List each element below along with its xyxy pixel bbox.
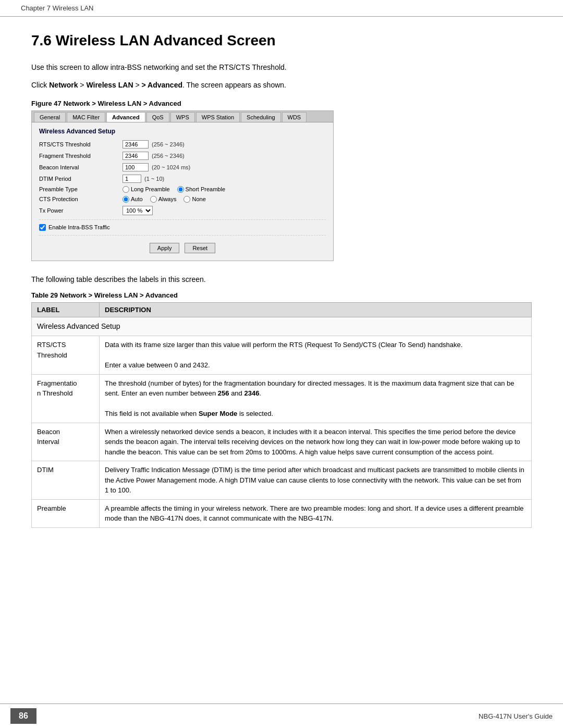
rts-cts-hint: (256 ~ 2346) xyxy=(152,141,185,147)
cts-auto-option[interactable]: Auto xyxy=(123,196,143,203)
divider xyxy=(39,219,326,220)
table-section-row: Wireless Advanced Setup xyxy=(32,317,532,336)
preamble-long-radio[interactable] xyxy=(123,186,129,193)
intra-bss-label: Enable Intra-BSS Traffic xyxy=(48,224,110,230)
preamble-type-label: Preamble Type xyxy=(39,186,123,192)
table-cell-desc: A preamble affects the timing in your wi… xyxy=(100,499,532,527)
beacon-interval-label: Beacon Interval xyxy=(39,164,123,170)
fragment-threshold-row: Fragment Threshold (256 ~ 2346) xyxy=(39,152,326,160)
col-header-label: LABEL xyxy=(32,303,100,317)
tab-bar: General MAC Filter Advanced QoS WPS WPS … xyxy=(32,111,333,122)
footer-guide-title: NBG-417N User's Guide xyxy=(479,712,553,720)
tab-mac-filter[interactable]: MAC Filter xyxy=(67,112,105,122)
intro-paragraph-2: Click Network > Wireless LAN > > Advance… xyxy=(31,79,532,91)
tab-qos[interactable]: QoS xyxy=(146,112,169,122)
preamble-short-option[interactable]: Short Preamble xyxy=(177,186,225,193)
apply-button[interactable]: Apply xyxy=(150,243,180,253)
tab-wds[interactable]: WDS xyxy=(282,112,307,122)
intra-bss-row: Enable Intra-BSS Traffic xyxy=(39,224,326,231)
table-row: Preamble A preamble affects the timing i… xyxy=(32,499,532,527)
tab-scheduling[interactable]: Scheduling xyxy=(241,112,280,122)
tab-wps-station[interactable]: WPS Station xyxy=(196,112,240,122)
tab-general[interactable]: General xyxy=(34,112,66,122)
tab-advanced[interactable]: Advanced xyxy=(106,112,145,122)
reset-button[interactable]: Reset xyxy=(185,243,215,253)
table-cell-label: Preamble xyxy=(32,499,100,527)
preamble-type-row: Preamble Type Long Preamble Short Preamb… xyxy=(39,186,326,193)
cts-always-option[interactable]: Always xyxy=(150,196,177,203)
table-row: DTIM Delivery Traffic Indication Message… xyxy=(32,461,532,500)
cts-protection-row: CTS Protection Auto Always None xyxy=(39,196,326,203)
table-caption: Table 29 Network > Wireless LAN > Advanc… xyxy=(31,291,532,299)
page-title: 7.6 Wireless LAN Advanced Screen xyxy=(31,32,532,49)
table-cell-desc: The threshold (number of bytes) for the … xyxy=(100,374,532,423)
table-row: BeaconInterval When a wirelessly network… xyxy=(32,423,532,461)
divider2 xyxy=(39,235,326,236)
bottom-bar: 86 NBG-417N User's Guide xyxy=(0,704,563,728)
preamble-long-option[interactable]: Long Preamble xyxy=(123,186,170,193)
table-cell-label: BeaconInterval xyxy=(32,423,100,461)
beacon-interval-input-group: (20 ~ 1024 ms) xyxy=(123,163,190,171)
tab-wps[interactable]: WPS xyxy=(170,112,195,122)
table-cell-desc: When a wirelessly networked device sends… xyxy=(100,423,532,461)
tx-power-input-group: 100 % xyxy=(123,206,153,215)
dtim-period-input-group: (1 ~ 10) xyxy=(123,175,164,183)
cts-radio-group: Auto Always None xyxy=(123,196,206,203)
table-cell-desc: Delivery Traffic Indication Message (DTI… xyxy=(100,461,532,500)
main-content: 7.6 Wireless LAN Advanced Screen Use thi… xyxy=(0,17,563,570)
fragment-threshold-input-group: (256 ~ 2346) xyxy=(123,152,185,160)
ui-body: Wireless Advanced Setup RTS/CTS Threshol… xyxy=(32,122,333,261)
table-cell-label: RTS/CTSThreshold xyxy=(32,336,100,375)
table-row: Fragmentation Threshold The threshold (n… xyxy=(32,374,532,423)
cts-auto-radio[interactable] xyxy=(123,196,129,203)
cts-protection-label: CTS Protection xyxy=(39,196,123,202)
figure-caption: Figure 47 Network > Wireless LAN > Advan… xyxy=(31,100,532,107)
col-header-desc: DESCRIPTION xyxy=(100,303,532,317)
intra-bss-checkbox[interactable] xyxy=(39,224,46,231)
ui-section-title: Wireless Advanced Setup xyxy=(39,128,326,135)
intro-paragraph-1: Use this screen to allow intra-BSS netwo… xyxy=(31,61,532,73)
rts-cts-input-group: (256 ~ 2346) xyxy=(123,140,185,149)
dtim-period-label: DTIM Period xyxy=(39,176,123,182)
button-row: Apply Reset xyxy=(39,240,326,255)
tx-power-row: Tx Power 100 % xyxy=(39,206,326,215)
breadcrumb: Chapter 7 Wireless LAN xyxy=(0,0,563,17)
beacon-interval-hint: (20 ~ 1024 ms) xyxy=(152,164,190,170)
dtim-period-input[interactable] xyxy=(123,175,141,183)
fragment-threshold-label: Fragment Threshold xyxy=(39,153,123,159)
following-text: The following table describes the labels… xyxy=(31,274,532,285)
dtim-period-row: DTIM Period (1 ~ 10) xyxy=(39,175,326,183)
table-row: RTS/CTSThreshold Data with its frame siz… xyxy=(32,336,532,375)
preamble-short-radio[interactable] xyxy=(177,186,184,193)
ui-mockup: General MAC Filter Advanced QoS WPS WPS … xyxy=(31,110,334,261)
beacon-interval-input[interactable] xyxy=(123,163,149,171)
tx-power-select[interactable]: 100 % xyxy=(123,206,153,215)
tx-power-label: Tx Power xyxy=(39,207,123,214)
rts-cts-row: RTS/CTS Threshold (256 ~ 2346) xyxy=(39,140,326,149)
table-cell-label: Fragmentation Threshold xyxy=(32,374,100,423)
table-section-title: Wireless Advanced Setup xyxy=(32,317,532,336)
beacon-interval-row: Beacon Interval (20 ~ 1024 ms) xyxy=(39,163,326,171)
dtim-period-hint: (1 ~ 10) xyxy=(144,176,164,182)
fragment-threshold-hint: (256 ~ 2346) xyxy=(152,153,185,159)
rts-cts-label: RTS/CTS Threshold xyxy=(39,141,123,147)
description-table: LABEL DESCRIPTION Wireless Advanced Setu… xyxy=(31,302,532,528)
cts-none-option[interactable]: None xyxy=(183,196,205,203)
cts-always-radio[interactable] xyxy=(150,196,157,203)
table-cell-label: DTIM xyxy=(32,461,100,500)
page-number: 86 xyxy=(10,708,36,724)
table-cell-desc: Data with its frame size larger than thi… xyxy=(100,336,532,375)
page-wrapper: Chapter 7 Wireless LAN 7.6 Wireless LAN … xyxy=(0,0,563,728)
preamble-radio-group: Long Preamble Short Preamble xyxy=(123,186,225,193)
breadcrumb-text: Chapter 7 Wireless LAN xyxy=(21,4,93,12)
rts-cts-input[interactable] xyxy=(123,140,149,149)
fragment-threshold-input[interactable] xyxy=(123,152,149,160)
cts-none-radio[interactable] xyxy=(183,196,190,203)
